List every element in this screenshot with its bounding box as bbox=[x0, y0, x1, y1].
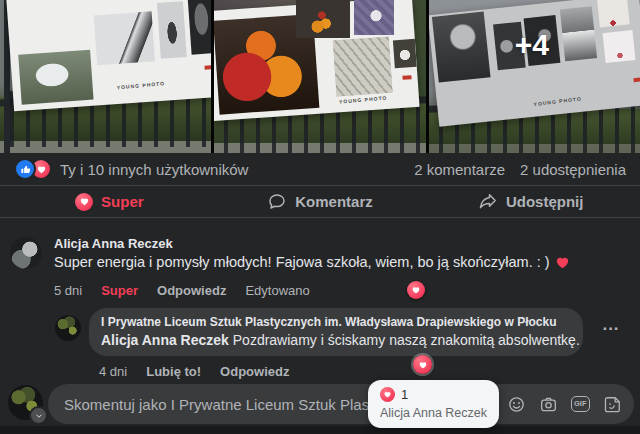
post-photo-1[interactable]: YOUNG PHOTO bbox=[0, 0, 211, 153]
photo-thumbnail bbox=[596, 0, 629, 27]
comment-timestamp[interactable]: 5 dni bbox=[54, 283, 82, 298]
reply-reaction-badge[interactable] bbox=[413, 355, 432, 374]
photo-thumbnail bbox=[94, 11, 155, 65]
reply-author-name[interactable]: I Prywatne Liceum Sztuk Plastycznych im.… bbox=[101, 315, 571, 329]
post-photo-2[interactable]: YOUNG PHOTO bbox=[214, 0, 425, 153]
photo-thumbnail bbox=[188, 0, 212, 55]
poster-board-3: YOUNG PHOTO bbox=[429, 0, 640, 127]
camera-icon[interactable] bbox=[539, 395, 558, 414]
poster-board-1: YOUNG PHOTO bbox=[6, 0, 211, 111]
shares-count[interactable]: 2 udostępnienia bbox=[520, 161, 626, 178]
reactions-summary-row: Ty i 10 innych użytkowników 2 komentarze… bbox=[0, 153, 640, 186]
comment-button-label: Komentarz bbox=[295, 193, 373, 210]
comments-count[interactable]: 2 komentarze bbox=[414, 161, 505, 178]
photo-thumbnail bbox=[432, 12, 491, 83]
post-photo-3[interactable]: YOUNG PHOTO +4 bbox=[429, 0, 640, 153]
comment-edited-label: Edytowano bbox=[245, 283, 309, 298]
photo-thumbnail bbox=[18, 50, 93, 105]
comment-icon bbox=[267, 192, 287, 212]
photo-thumbnail bbox=[296, 0, 350, 38]
school-page-avatar[interactable] bbox=[55, 315, 81, 341]
board-logo bbox=[403, 75, 412, 80]
reply-like-link[interactable]: Lubię to! bbox=[146, 364, 201, 379]
reaction-icons-pile[interactable] bbox=[14, 158, 52, 180]
photo-thumbnail bbox=[393, 39, 417, 68]
commenter-avatar[interactable] bbox=[10, 237, 42, 269]
post-actions-row: Super Komentarz Udostępnij bbox=[0, 186, 640, 218]
tooltip-love-icon bbox=[380, 387, 395, 402]
board-logo bbox=[633, 77, 640, 82]
photo-thumbnail bbox=[559, 6, 596, 61]
comment-react-link[interactable]: Super bbox=[101, 283, 138, 298]
reply-bubble: I Prywatne Liceum Sztuk Plastycznych im.… bbox=[89, 308, 583, 356]
board-caption: YOUNG PHOTO bbox=[533, 95, 582, 107]
comment-meta-row: 5 dni Super Odpowiedz Edytowano bbox=[54, 283, 570, 298]
comment-input-pill: GIF bbox=[48, 384, 634, 424]
switch-identity-button[interactable] bbox=[29, 406, 48, 425]
gif-icon[interactable]: GIF bbox=[571, 396, 591, 412]
comment-composer: GIF bbox=[0, 384, 640, 426]
share-button-label: Udostępnij bbox=[506, 193, 584, 210]
board-caption: YOUNG PHOTO bbox=[116, 80, 165, 90]
photo-thumbnail bbox=[333, 37, 393, 97]
photo-thumbnail bbox=[9, 2, 86, 49]
photo-grid: YOUNG PHOTO YOUNG PHOTO bbox=[0, 0, 640, 153]
reply-timestamp[interactable]: 4 dni bbox=[99, 364, 127, 379]
love-icon bbox=[75, 193, 93, 211]
tooltip-reactor-name: Alicja Anna Reczek bbox=[380, 406, 487, 420]
tooltip-reaction-count: 1 bbox=[401, 387, 408, 402]
reaction-tooltip: 1 Alicja Anna Reczek bbox=[368, 380, 499, 428]
like-reaction-icon bbox=[14, 158, 36, 180]
reaction-summary-text[interactable]: Ty i 10 innych użytkowników bbox=[60, 161, 248, 178]
more-photos-overlay[interactable]: +4 bbox=[515, 28, 549, 62]
reply-text: Alicja Anna Reczek Pozdrawiamy i ściskam… bbox=[101, 332, 571, 348]
mention-link[interactable]: Alicja Anna Reczek bbox=[101, 332, 229, 348]
like-button-label: Super bbox=[101, 193, 144, 210]
heart-emoji bbox=[555, 255, 570, 270]
comment-options-button[interactable]: ... bbox=[598, 318, 624, 340]
board-caption: YOUNG PHOTO bbox=[339, 95, 388, 105]
comment-button[interactable]: Komentarz bbox=[215, 189, 426, 215]
commenter-name[interactable]: Alicja Anna Reczek bbox=[54, 236, 570, 251]
reply-reply-link[interactable]: Odpowiedz bbox=[220, 364, 289, 379]
sticker-icon[interactable] bbox=[603, 395, 622, 414]
board-logo bbox=[204, 65, 211, 70]
comment-reaction-badge[interactable] bbox=[407, 281, 425, 299]
like-button[interactable]: Super bbox=[4, 189, 215, 215]
reply-comment-item: I Prywatne Liceum Sztuk Plastycznych im.… bbox=[55, 308, 583, 379]
facebook-post-dialog: YOUNG PHOTO YOUNG PHOTO bbox=[0, 0, 640, 434]
photo-thumbnail bbox=[354, 0, 394, 35]
comment-item: Alicja Anna Reczek Super energia i pomys… bbox=[10, 236, 570, 298]
share-button[interactable]: Udostępnij bbox=[425, 189, 636, 215]
emoji-icon[interactable] bbox=[507, 395, 526, 414]
photo-thumbnail bbox=[602, 30, 635, 63]
dialog-bottom-edge bbox=[0, 426, 640, 434]
reply-meta-row: 4 dni Lubię to! Odpowiedz bbox=[99, 364, 583, 379]
share-icon bbox=[478, 192, 498, 212]
post-counts: 2 komentarze 2 udostępnienia bbox=[414, 161, 626, 178]
chevron-down-icon bbox=[35, 412, 43, 420]
comment-reply-link[interactable]: Odpowiedz bbox=[157, 283, 226, 298]
photo-thumbnail bbox=[157, 1, 187, 59]
comment-text: Super energia i pomysły młodych! Fajowa … bbox=[54, 254, 570, 270]
